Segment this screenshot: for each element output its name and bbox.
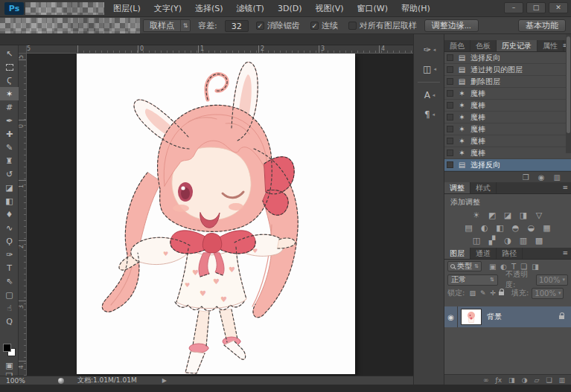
tool-button[interactable]: ✚ bbox=[0, 127, 19, 141]
layer-filter-button[interactable]: ▣ bbox=[489, 263, 496, 271]
history-source-well[interactable] bbox=[447, 150, 453, 156]
workspace-button[interactable]: 基本功能 bbox=[518, 19, 566, 32]
history-source-well[interactable] bbox=[447, 114, 453, 121]
history-source-well[interactable] bbox=[447, 78, 453, 85]
checkbox-icon[interactable] bbox=[256, 22, 264, 30]
document-canvas[interactable]: ♥♥♥ ♥♥♥ ♥♥ bbox=[77, 54, 355, 374]
character-panel-button[interactable]: A◂ bbox=[414, 86, 445, 105]
adjustment-button[interactable]: ◪ bbox=[503, 211, 513, 220]
history-footer-button[interactable]: ◉ bbox=[538, 173, 545, 181]
tool-button[interactable]: ⇖ bbox=[0, 274, 19, 288]
history-source-well[interactable] bbox=[447, 90, 453, 97]
history-footer-button[interactable]: ▥ bbox=[554, 173, 561, 181]
option-checkbox[interactable]: 对所有图层取样 bbox=[348, 20, 417, 31]
adjustment-button[interactable]: ◒ bbox=[526, 223, 537, 233]
tool-button[interactable]: ◧ bbox=[0, 194, 19, 208]
sample-mode-dropdown[interactable]: 取样点 ⇅ bbox=[143, 19, 191, 32]
layers-footer-button[interactable]: ▥ bbox=[558, 376, 565, 384]
history-state-row[interactable]: ✶ 魔棒 bbox=[444, 112, 571, 123]
panel-menu-icon[interactable]: ≡ bbox=[562, 184, 568, 191]
history-source-well[interactable] bbox=[447, 161, 453, 168]
menu-item[interactable]: 文字(Y) bbox=[147, 0, 188, 17]
panel-tab[interactable]: 样式 bbox=[470, 182, 497, 193]
layer-name[interactable]: 背景 bbox=[487, 312, 559, 322]
lock-all-icon[interactable] bbox=[499, 292, 504, 295]
tool-button[interactable]: Ϙ bbox=[0, 234, 19, 248]
history-source-well[interactable] bbox=[447, 54, 453, 61]
option-checkbox[interactable]: 连续 bbox=[310, 20, 338, 31]
adjustment-button[interactable]: ▤ bbox=[464, 223, 474, 233]
brush-panel-button[interactable]: ✑◂ bbox=[414, 40, 445, 60]
checkbox-icon[interactable] bbox=[310, 22, 319, 30]
adjustment-button[interactable]: ◐ bbox=[479, 223, 490, 233]
menu-item[interactable]: 3D(D) bbox=[271, 0, 309, 17]
adjustment-button[interactable]: ▽ bbox=[534, 211, 544, 220]
option-checkbox[interactable]: 消除锯齿 bbox=[256, 20, 300, 31]
panel-tab[interactable]: 历史记录 bbox=[497, 40, 537, 51]
tool-button[interactable]: Ϛ bbox=[0, 74, 19, 87]
panel-tab[interactable]: 颜色 bbox=[444, 40, 470, 51]
menu-item[interactable]: 窗口(W) bbox=[351, 0, 395, 17]
quick-mask-button[interactable]: ▣ bbox=[0, 361, 19, 370]
layers-footer-button[interactable]: ƒx bbox=[496, 376, 503, 384]
layer-thumbnail[interactable] bbox=[461, 309, 482, 325]
tool-button[interactable]: ♦ bbox=[0, 208, 19, 221]
panel-menu-icon[interactable]: ≡ bbox=[562, 249, 568, 257]
lock-option-button[interactable]: ✎ bbox=[480, 289, 486, 297]
adjustment-button[interactable]: ◨ bbox=[518, 211, 529, 220]
fill-field[interactable]: 100% ▾ bbox=[532, 288, 564, 299]
adjustment-button[interactable]: ◓ bbox=[511, 223, 521, 233]
adjustment-button[interactable]: ◧ bbox=[495, 223, 505, 233]
tool-button[interactable]: ☝ bbox=[0, 301, 19, 315]
foreground-color-swatch[interactable] bbox=[3, 344, 11, 352]
blend-mode-dropdown[interactable]: 正常 ⇅ bbox=[447, 274, 498, 286]
tolerance-input[interactable]: 32 bbox=[225, 20, 249, 32]
tool-button[interactable]: ✑ bbox=[0, 248, 19, 261]
menu-item[interactable]: 图层(L) bbox=[106, 0, 147, 17]
history-state-row[interactable]: ✶ 魔棒 bbox=[444, 147, 571, 159]
history-state-row[interactable]: ▤ 选择反向 bbox=[444, 52, 571, 64]
tool-button[interactable]: ♜ bbox=[0, 154, 19, 167]
panel-tab[interactable]: 通道 bbox=[470, 248, 497, 259]
panel-tab[interactable]: 属性 bbox=[537, 40, 564, 51]
history-source-well[interactable] bbox=[447, 138, 453, 144]
menu-item[interactable]: 帮助(H) bbox=[395, 0, 437, 17]
paragraph-panel-button[interactable]: ¶◂ bbox=[414, 105, 445, 124]
menu-item[interactable]: 选择(S) bbox=[188, 0, 230, 17]
layers-footer-button[interactable]: ❑ bbox=[546, 376, 552, 384]
layers-footer-button[interactable]: ◑ bbox=[522, 376, 528, 384]
layers-footer-button[interactable]: ◨ bbox=[508, 376, 515, 384]
window-control-button[interactable]: □ bbox=[526, 2, 546, 13]
tool-button[interactable]: ↺ bbox=[0, 167, 19, 181]
background-layer-row[interactable]: ◉ 背景 bbox=[444, 306, 571, 327]
tool-button[interactable]: T bbox=[0, 261, 19, 274]
adjustment-button[interactable]: ▞ bbox=[487, 236, 497, 245]
tool-button[interactable]: ◪ bbox=[0, 181, 19, 194]
menu-item[interactable]: 视图(V) bbox=[308, 0, 350, 17]
lock-option-button[interactable]: ✛ bbox=[490, 289, 496, 297]
refine-edge-button[interactable]: 调整边缘... bbox=[424, 19, 479, 32]
tool-button[interactable]: ↖ bbox=[0, 47, 19, 60]
adjustment-button[interactable]: ▥ bbox=[518, 236, 529, 245]
panel-tab[interactable]: 调整 bbox=[444, 182, 470, 193]
tool-button[interactable]: Q bbox=[0, 315, 19, 328]
panel-tab[interactable]: 色板 bbox=[470, 40, 497, 51]
tool-button[interactable]: ∿ bbox=[0, 221, 19, 234]
panel-tab[interactable]: 路径 bbox=[497, 248, 523, 259]
clone-source-panel-button[interactable]: ◫◂ bbox=[414, 60, 445, 79]
menu-item[interactable]: 滤镜(T) bbox=[230, 0, 271, 17]
tool-button[interactable] bbox=[0, 60, 19, 74]
layer-filter-dropdown[interactable]: 类型 ⇅ bbox=[447, 261, 482, 271]
panel-tab[interactable]: 图层 bbox=[444, 248, 470, 259]
history-source-well[interactable] bbox=[447, 102, 453, 109]
window-control-button[interactable]: – bbox=[504, 2, 523, 13]
tool-button[interactable]: # bbox=[0, 100, 19, 114]
history-source-well[interactable] bbox=[447, 66, 453, 73]
history-state-row[interactable]: ▤ 通过拷贝的图层 bbox=[444, 64, 571, 76]
history-state-row[interactable]: ✶ 魔棒 bbox=[444, 100, 571, 112]
adjustment-button[interactable]: ◫ bbox=[471, 236, 482, 245]
history-state-row[interactable]: ▤ 删除图层 bbox=[444, 76, 571, 88]
layer-visibility-eye-icon[interactable]: ◉ bbox=[444, 306, 458, 327]
adjustment-button[interactable]: ☀ bbox=[471, 211, 482, 220]
lock-option-button[interactable]: ▨ bbox=[469, 289, 476, 297]
